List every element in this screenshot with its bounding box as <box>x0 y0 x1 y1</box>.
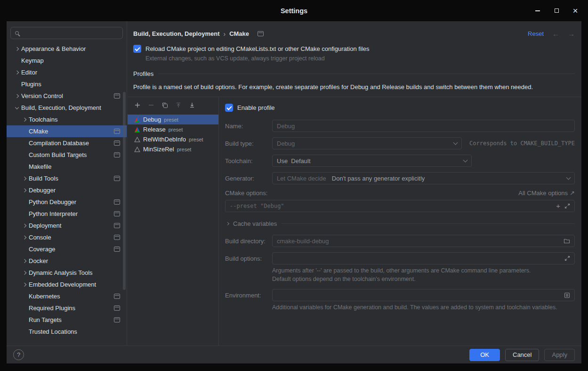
chevron-icon[interactable] <box>22 137 29 149</box>
sidebar-item[interactable]: CMake <box>7 125 127 137</box>
ok-button[interactable]: OK <box>469 349 500 361</box>
chevron-icon[interactable] <box>22 255 29 267</box>
close-button[interactable]: × <box>572 8 579 14</box>
sidebar-item[interactable]: Compilation Database <box>7 137 127 149</box>
generator-hint: Don't pass any generator explicitly <box>332 175 425 182</box>
move-up-button[interactable] <box>175 101 182 109</box>
chevron-icon[interactable] <box>22 184 29 196</box>
chevron-icon[interactable] <box>22 326 29 338</box>
build-type-select[interactable]: Debug <box>272 137 462 149</box>
chevron-icon[interactable] <box>14 43 21 55</box>
chevron-icon[interactable] <box>22 173 29 184</box>
add-profile-button[interactable] <box>134 101 141 109</box>
build-directory-value: cmake-build-debug <box>277 238 329 245</box>
profile-list-item[interactable]: Debug preset <box>128 115 218 124</box>
back-arrow-icon[interactable]: ← <box>552 30 559 38</box>
chevron-icon[interactable] <box>22 267 29 279</box>
maximize-button[interactable] <box>553 8 560 14</box>
cancel-button[interactable]: Cancel <box>505 349 539 361</box>
search-input[interactable] <box>22 30 118 37</box>
reload-checkbox[interactable] <box>133 45 141 53</box>
screen-icon <box>114 199 120 205</box>
sidebar-item[interactable]: Keymap <box>7 55 127 66</box>
chevron-icon[interactable] <box>22 149 29 161</box>
name-field[interactable]: Debug <box>272 120 575 132</box>
sidebar-item[interactable]: Build, Execution, Deployment <box>7 102 127 114</box>
chevron-icon[interactable] <box>22 243 29 255</box>
chevron-icon[interactable] <box>14 90 21 102</box>
chevron-icon[interactable] <box>22 196 29 208</box>
environment-field[interactable] <box>272 289 575 301</box>
all-cmake-options-link[interactable]: All CMake options ↗ <box>518 190 575 197</box>
sidebar-item[interactable]: Makefile <box>7 161 127 173</box>
sidebar-item[interactable]: Build Tools <box>7 173 127 184</box>
expand-icon[interactable] <box>564 256 570 261</box>
chevron-icon[interactable] <box>14 55 21 66</box>
minimize-button[interactable] <box>534 8 541 14</box>
sidebar-item[interactable]: Toolchains <box>7 114 127 125</box>
sidebar-item[interactable]: Debugger <box>7 184 127 196</box>
build-options-field[interactable] <box>272 252 575 264</box>
enable-profile-label[interactable]: Enable profile <box>237 104 275 111</box>
chevron-icon[interactable] <box>22 302 29 314</box>
move-down-button[interactable] <box>188 101 196 109</box>
profile-list-item[interactable]: RelWithDebInfo preset <box>128 134 218 144</box>
generator-row: Generator: Let CMake decide Don't pass a… <box>225 172 575 184</box>
sidebar-item[interactable]: Python Debugger <box>7 196 127 208</box>
settings-search[interactable] <box>10 27 123 39</box>
sidebar-item[interactable]: Coverage <box>7 243 127 255</box>
chevron-icon[interactable] <box>14 102 21 114</box>
add-option-icon[interactable]: + <box>556 203 560 209</box>
toolchain-select[interactable]: Use Default <box>272 155 472 167</box>
remove-profile-button[interactable] <box>147 101 155 109</box>
chevron-icon[interactable] <box>22 231 29 243</box>
sidebar-item-label: Plugins <box>21 81 41 88</box>
generator-select[interactable]: Let CMake decide Don't pass any generato… <box>272 172 575 184</box>
build-directory-field[interactable]: cmake-build-debug <box>272 235 575 247</box>
sidebar-item[interactable]: Version Control <box>7 90 127 102</box>
cmake-profile-icon <box>134 117 140 123</box>
sidebar-item[interactable]: Appearance & Behavior <box>7 43 127 55</box>
sidebar-item[interactable]: Kubernetes <box>7 290 127 302</box>
expand-icon[interactable] <box>564 203 570 209</box>
chevron-icon[interactable] <box>22 290 29 302</box>
sidebar-item[interactable]: Embedded Development <box>7 279 127 290</box>
cmake-options-field[interactable]: --preset "Debug" + <box>225 200 575 212</box>
sidebar-item[interactable]: Python Interpreter <box>7 208 127 220</box>
copy-profile-button[interactable] <box>161 101 169 109</box>
sidebar-item[interactable]: Custom Build Targets <box>7 149 127 161</box>
chevron-icon[interactable] <box>22 114 29 125</box>
breadcrumb-item[interactable]: Build, Execution, Deployment <box>133 30 219 37</box>
profile-list-item[interactable]: Release preset <box>128 124 218 134</box>
cmake-options-value: --preset "Debug" <box>230 203 284 209</box>
sidebar-item[interactable]: Required Plugins <box>7 302 127 314</box>
chevron-icon[interactable] <box>22 279 29 290</box>
sidebar-scrollbar[interactable] <box>123 92 126 290</box>
folder-icon[interactable] <box>564 238 570 244</box>
generator-value: Let CMake decide <box>277 175 326 182</box>
cache-variables-toggle[interactable]: Cache variables <box>225 220 575 227</box>
sidebar-item[interactable]: Run Targets <box>7 314 127 326</box>
sidebar-item[interactable]: Dynamic Analysis Tools <box>7 267 127 279</box>
chevron-icon[interactable] <box>14 66 21 78</box>
enable-profile-checkbox[interactable] <box>225 104 233 112</box>
reload-checkbox-label[interactable]: Reload CMake project on editing CMakeLis… <box>145 45 369 52</box>
chevron-icon[interactable] <box>22 161 29 173</box>
chevron-icon[interactable] <box>14 78 21 90</box>
chevron-icon[interactable] <box>22 314 29 326</box>
chevron-icon[interactable] <box>22 220 29 231</box>
apply-button[interactable]: Apply <box>544 349 575 361</box>
profile-list-item[interactable]: MinSizeRel preset <box>128 144 218 154</box>
sidebar-item[interactable]: Plugins <box>7 78 127 90</box>
chevron-icon[interactable] <box>22 208 29 220</box>
sidebar-item[interactable]: Docker <box>7 255 127 267</box>
sidebar-item[interactable]: Console <box>7 231 127 243</box>
sidebar-item[interactable]: Deployment <box>7 220 127 231</box>
reset-link[interactable]: Reset <box>528 30 544 37</box>
chevron-icon[interactable] <box>22 125 29 137</box>
sidebar-item[interactable]: Trusted Locations <box>7 326 127 338</box>
forward-arrow-icon[interactable]: → <box>568 30 575 38</box>
sidebar-item[interactable]: Editor <box>7 66 127 78</box>
environment-variables-icon[interactable] <box>564 292 570 298</box>
help-button[interactable]: ? <box>13 349 24 360</box>
